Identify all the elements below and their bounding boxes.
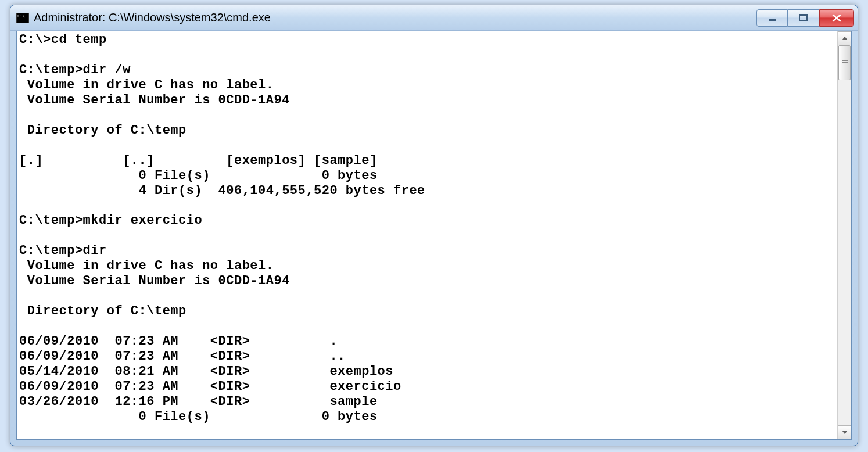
vertical-scrollbar[interactable] [837,31,851,439]
window-title: Administrator: C:\Windows\system32\cmd.e… [34,11,756,24]
titlebar[interactable]: Administrator: C:\Windows\system32\cmd.e… [10,5,858,31]
svg-rect-0 [769,19,776,21]
minimize-icon [768,14,776,22]
scroll-thumb[interactable] [838,45,851,80]
scroll-track[interactable] [838,45,851,425]
chevron-up-icon [842,37,848,40]
scroll-up-button[interactable] [838,31,851,45]
client-area: C:\>cd temp C:\temp>dir /w Volume in dri… [16,31,852,440]
close-icon [832,14,841,22]
svg-rect-2 [799,15,807,16]
chevron-down-icon [842,431,848,434]
cmd-window: Administrator: C:\Windows\system32\cmd.e… [10,5,858,446]
scroll-down-button[interactable] [838,425,851,439]
window-controls [756,9,854,27]
cmd-icon [16,13,29,23]
maximize-icon [799,14,808,22]
maximize-button[interactable] [788,9,819,27]
close-button[interactable] [819,9,854,27]
minimize-button[interactable] [756,9,788,27]
terminal-output[interactable]: C:\>cd temp C:\temp>dir /w Volume in dri… [17,31,837,439]
